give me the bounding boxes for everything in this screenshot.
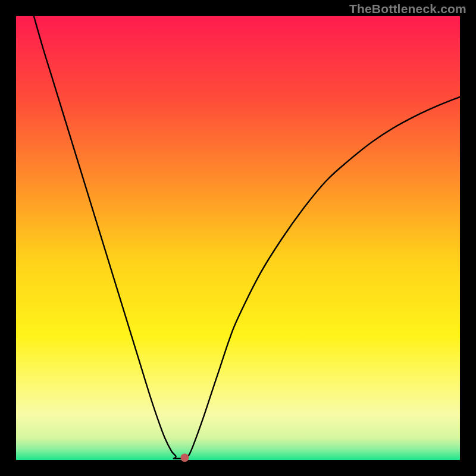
chart-svg	[16, 16, 460, 460]
chart-frame: TheBottleneck.com	[0, 0, 476, 476]
sweet-spot-marker	[180, 453, 189, 462]
bottleneck-curve	[34, 16, 460, 459]
watermark-text: TheBottleneck.com	[349, 2, 466, 16]
